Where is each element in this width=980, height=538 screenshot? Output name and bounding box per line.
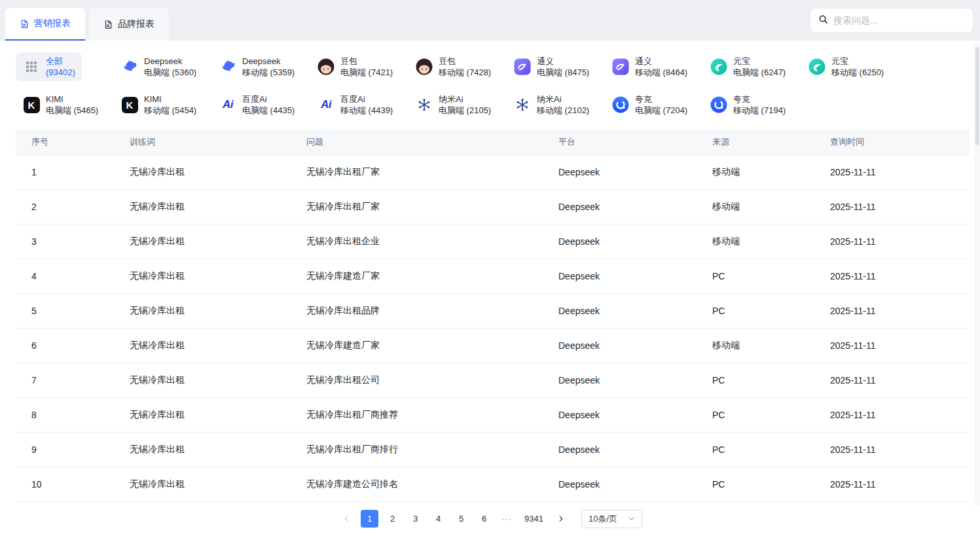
cell-keyword: 无锡冷库出租: [114, 328, 291, 363]
cell-platform: Deepseek: [543, 363, 697, 397]
cell-keyword: 无锡冷库出租: [114, 189, 291, 224]
filter-chip-all[interactable]: 全部 (93402): [16, 52, 82, 81]
kimi-icon: K: [120, 96, 139, 114]
filter-chip-doubao-pc[interactable]: 豆包 电脑端 (7421): [310, 52, 399, 81]
page-button-2[interactable]: 2: [384, 510, 401, 528]
cell-date: 2025-11-11: [814, 328, 970, 363]
page-button-last[interactable]: 9341: [521, 510, 547, 528]
tab-brand-report[interactable]: 品牌报表: [89, 8, 169, 41]
header-question: 问题: [291, 130, 543, 154]
scrollbar-track[interactable]: [975, 43, 980, 505]
table-row: 1 无锡冷库出租 无锡冷库出租厂家 Deepseek 移动端 2025-11-1…: [16, 154, 970, 189]
filter-name: 夸克: [635, 94, 687, 105]
filter-chip-tongyi-pc[interactable]: 通义 电脑端 (8475): [507, 52, 596, 81]
cell-keyword: 无锡冷库出租: [114, 397, 291, 432]
tab-label: 品牌报表: [118, 18, 154, 30]
filter-detail: 电脑端 (5465): [46, 105, 98, 116]
page-button-6[interactable]: 6: [475, 510, 493, 528]
yuanbao-icon: [710, 58, 728, 76]
quark-icon: [611, 96, 630, 114]
filter-detail: 电脑端 (5360): [144, 67, 196, 78]
baidu-ai-icon: Ai: [317, 96, 335, 114]
baidu-ai-icon: Ai: [219, 96, 237, 114]
prev-page-button[interactable]: [338, 510, 355, 528]
filter-chip-quark-mobile[interactable]: 夸克 移动端 (7194): [703, 90, 792, 119]
filter-name: 通义: [635, 56, 687, 67]
header-query-time: 查询时间: [814, 130, 970, 154]
filter-chip-yuanbao-mobile[interactable]: 元宝 移动端 (6250): [801, 52, 890, 81]
deepseek-icon: [120, 58, 139, 76]
filter-name: 通义: [537, 56, 589, 67]
filter-chip-tongyi-mobile[interactable]: 通义 移动端 (8464): [605, 52, 694, 81]
cell-index: 5: [16, 293, 114, 328]
page-button-1[interactable]: 1: [361, 510, 378, 528]
filter-name: 纳米Ai: [537, 94, 589, 105]
nami-ai-icon: [415, 96, 433, 114]
cell-platform: Deepseek: [543, 397, 697, 432]
next-page-button[interactable]: [552, 510, 570, 528]
document-icon: [103, 20, 113, 29]
cell-source: PC: [697, 293, 814, 328]
page-button-5[interactable]: 5: [452, 510, 470, 528]
page-size-select[interactable]: 10条/页: [581, 510, 642, 528]
filter-name: 元宝: [733, 56, 786, 67]
cell-keyword: 无锡冷库出租: [114, 432, 291, 467]
search-input[interactable]: [833, 15, 965, 26]
table-row: 6 无锡冷库出租 无锡冷库建造厂家 Deepseek 移动端 2025-11-1…: [16, 328, 970, 363]
filter-chip-doubao-mobile[interactable]: 豆包 移动端 (7428): [408, 52, 498, 81]
cell-platform: Deepseek: [543, 293, 697, 328]
filter-chip-kimi-mobile[interactable]: K KIMI 移动端 (5454): [114, 90, 203, 119]
filter-chip-kimi-pc[interactable]: K KIMI 电脑端 (5465): [16, 90, 105, 119]
cell-keyword: 无锡冷库出租: [114, 467, 291, 501]
deepseek-icon: [219, 58, 237, 76]
table-row: 4 无锡冷库出租 无锡冷库建造厂家 Deepseek PC 2025-11-11: [16, 259, 970, 293]
filter-chip-baiduai-pc[interactable]: Ai 百度Ai 电脑端 (4435): [212, 90, 301, 119]
filter-detail: (93402): [46, 67, 75, 78]
filter-detail: 电脑端 (4435): [242, 105, 295, 116]
cell-index: 8: [16, 397, 114, 432]
table-row: 10 无锡冷库出租 无锡冷库建造公司排名 Deepseek PC 2025-11…: [16, 467, 970, 501]
page-ellipsis[interactable]: ···: [498, 510, 516, 528]
cell-question: 无锡冷库出租厂商推荐: [291, 397, 543, 432]
page-size-value: 10条/页: [589, 513, 617, 525]
filter-name: 全部: [46, 56, 75, 67]
cell-date: 2025-11-11: [814, 293, 970, 328]
filter-name: 元宝: [831, 56, 884, 67]
filter-chip-nami-mobile[interactable]: 纳米Ai 移动端 (2102): [507, 90, 596, 119]
page-button-4[interactable]: 4: [429, 510, 447, 528]
cell-platform: Deepseek: [543, 259, 697, 293]
cell-question: 无锡冷库出租企业: [291, 224, 543, 259]
header-keyword: 训练词: [114, 130, 291, 154]
cell-question: 无锡冷库建造厂家: [291, 259, 543, 293]
cell-keyword: 无锡冷库出租: [114, 293, 291, 328]
filter-name: 百度Ai: [340, 94, 393, 105]
cell-date: 2025-11-11: [814, 259, 970, 293]
table-row: 5 无锡冷库出租 无锡冷库出租品牌 Deepseek PC 2025-11-11: [16, 293, 970, 328]
cell-question: 无锡冷库出租厂商排行: [291, 432, 543, 467]
filter-chip-nami-pc[interactable]: 纳米Ai 电脑端 (2105): [408, 90, 498, 119]
filter-chip-yuanbao-pc[interactable]: 元宝 电脑端 (6247): [703, 52, 792, 81]
cell-source: 移动端: [697, 328, 814, 363]
filter-chip-deepseek-mobile[interactable]: Deepseek 移动端 (5359): [212, 52, 301, 81]
scrollbar-thumb[interactable]: [975, 47, 979, 145]
chevron-left-icon: [343, 515, 350, 522]
filter-chip-deepseek-pc[interactable]: Deepseek 电脑端 (5360): [114, 52, 203, 81]
search-box[interactable]: [810, 8, 973, 33]
cell-keyword: 无锡冷库出租: [114, 224, 291, 259]
table-header-row: 序号 训练词 问题 平台 来源 查询时间: [16, 130, 970, 154]
cell-question: 无锡冷库出租厂家: [291, 154, 543, 189]
yuanbao-icon: [808, 58, 826, 76]
table-row: 2 无锡冷库出租 无锡冷库出租厂家 Deepseek 移动端 2025-11-1…: [16, 189, 970, 224]
table-row: 7 无锡冷库出租 无锡冷库出租公司 Deepseek PC 2025-11-11: [16, 363, 970, 397]
doubao-icon: [415, 58, 433, 76]
filter-chip-quark-pc[interactable]: 夸克 电脑端 (7204): [605, 90, 694, 119]
filter-name: KIMI: [46, 94, 98, 105]
cell-source: 移动端: [697, 189, 814, 224]
header-platform: 平台: [543, 130, 697, 154]
page-button-3[interactable]: 3: [407, 510, 424, 528]
filter-detail: 电脑端 (2105): [439, 105, 491, 116]
filter-chip-baiduai-mobile[interactable]: Ai 百度Ai 移动端 (4439): [310, 90, 399, 119]
platform-filter-grid: 全部 (93402) Deepseek 电脑端 (5360) Deepseek …: [0, 41, 980, 127]
document-icon: [20, 19, 29, 29]
tab-marketing-report[interactable]: 营销报表: [5, 8, 85, 41]
